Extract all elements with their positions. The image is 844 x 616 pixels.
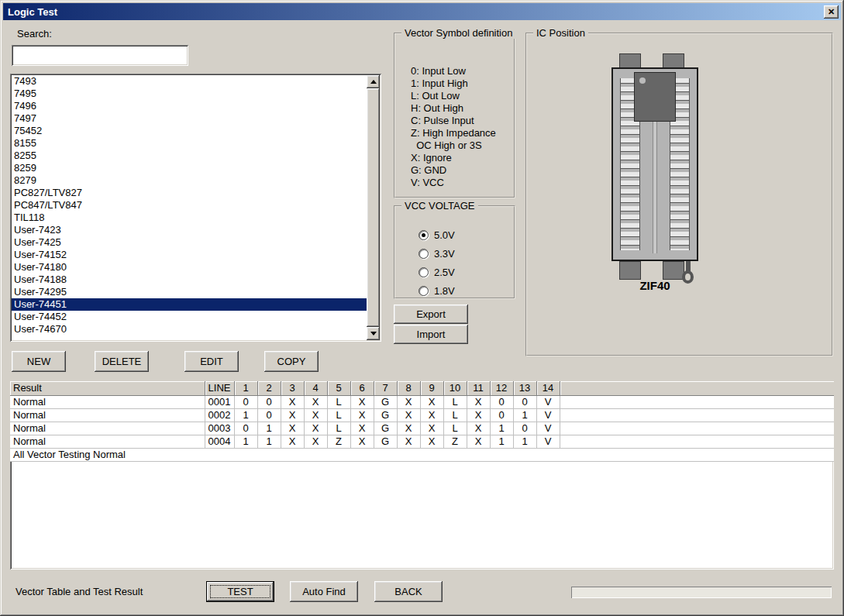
column-header[interactable]: 8	[397, 381, 420, 395]
vcc-option[interactable]: 1.8V	[419, 281, 455, 300]
list-item[interactable]: User-74152	[12, 249, 367, 261]
edit-button[interactable]: EDIT	[184, 351, 239, 372]
column-header[interactable]: 6	[350, 381, 374, 395]
column-header[interactable]: 11	[467, 381, 490, 395]
vector-symbol-groupbox: Vector Symbol definition 0: Input Low1: …	[394, 33, 515, 198]
vcc-voltage-title: VCC VOLTAGE	[401, 200, 478, 212]
column-header[interactable]: Result	[10, 381, 205, 395]
scroll-down-icon[interactable]	[367, 327, 380, 340]
result-row[interactable]: Normal000210XXLXGXXLX01V	[10, 408, 834, 422]
list-item[interactable]: 8155	[12, 137, 367, 150]
vcc-voltage-groupbox: VCC VOLTAGE 5.0V3.3V2.5V1.8V	[394, 205, 515, 299]
list-scrollbar[interactable]	[367, 75, 380, 340]
vector-cell: X	[350, 435, 374, 448]
scroll-up-icon[interactable]	[367, 75, 380, 88]
vector-cell: X	[467, 422, 490, 435]
line-cell: 0001	[205, 395, 234, 408]
column-header[interactable]: 2	[257, 381, 281, 395]
column-header[interactable]: 3	[281, 381, 304, 395]
vector-cell: V	[536, 435, 560, 448]
vector-symbol-line: G: GND	[411, 164, 496, 177]
line-cell: 0004	[205, 435, 234, 448]
column-header[interactable]: LINE	[205, 381, 234, 395]
import-button[interactable]: Import	[394, 325, 468, 344]
list-item[interactable]: User-74452	[12, 311, 367, 323]
vcc-option[interactable]: 3.3V	[419, 244, 455, 263]
vector-cell: 0	[490, 395, 513, 408]
vector-cell: 1	[257, 422, 281, 435]
list-item[interactable]: 7496	[12, 100, 367, 112]
vector-symbol-line: C: Pulse Input	[411, 115, 496, 127]
test-button[interactable]: TEST	[206, 581, 274, 602]
list-item[interactable]: 8259	[12, 162, 367, 174]
vector-cell: 1	[234, 408, 257, 422]
line-cell: 0002	[205, 408, 234, 422]
vector-cell: V	[536, 395, 560, 408]
delete-button[interactable]: DELETE	[95, 351, 149, 372]
new-button[interactable]: NEW	[12, 351, 66, 372]
column-header[interactable]: 1	[234, 381, 257, 395]
list-item[interactable]: 8255	[12, 150, 367, 162]
vector-cell: 0	[234, 395, 257, 408]
search-input[interactable]	[12, 45, 188, 66]
close-icon[interactable]: ✕	[824, 5, 839, 19]
vcc-option-label: 1.8V	[434, 285, 455, 297]
result-row[interactable]: Normal000411XXZXGXXZX11V	[10, 435, 834, 448]
list-item[interactable]: User-74180	[12, 261, 367, 274]
column-header[interactable]: 4	[304, 381, 327, 395]
filler-cell	[560, 435, 834, 448]
ic-listbox[interactable]: 7493749574967497754528155825582598279PC8…	[10, 74, 381, 342]
list-item[interactable]: User-7423	[12, 224, 367, 236]
vector-cell: X	[304, 422, 327, 435]
list-item[interactable]: TIL118	[12, 212, 367, 224]
list-item[interactable]: User-74295	[12, 286, 367, 298]
result-row[interactable]: Normal000301XXLXGXXLX10V	[10, 422, 834, 435]
scrollbar-thumb[interactable]	[367, 88, 380, 327]
vector-cell: X	[281, 408, 304, 422]
list-item[interactable]: 75452	[12, 125, 367, 137]
vector-cell: 0	[257, 408, 281, 422]
socket-label: ZIF40	[610, 279, 700, 292]
export-button[interactable]: Export	[394, 305, 468, 324]
copy-button[interactable]: COPY	[264, 351, 319, 372]
list-item[interactable]: 7493	[12, 75, 367, 88]
radio-icon[interactable]	[419, 249, 429, 259]
logic-test-window: Logic Test ✕ Search: 7493749574967497754…	[0, 0, 844, 616]
vector-cell: X	[420, 408, 443, 422]
vcc-option[interactable]: 2.5V	[419, 263, 455, 281]
socket-body	[611, 67, 698, 261]
radio-icon[interactable]	[419, 230, 429, 240]
vcc-option[interactable]: 5.0V	[419, 225, 455, 244]
list-item[interactable]: PC847/LTV847	[12, 199, 367, 212]
vector-cell: X	[467, 408, 490, 422]
list-item[interactable]: 7497	[12, 112, 367, 125]
column-header[interactable]: 7	[374, 381, 397, 395]
column-header[interactable]: 12	[490, 381, 513, 395]
vector-cell: X	[350, 408, 374, 422]
column-header[interactable]: 5	[327, 381, 350, 395]
list-item[interactable]: User-74451	[12, 298, 367, 311]
auto-find-button[interactable]: Auto Find	[290, 581, 358, 602]
result-cell: Normal	[10, 395, 205, 408]
column-header[interactable]: 9	[420, 381, 443, 395]
column-header[interactable]: 13	[513, 381, 536, 395]
radio-icon[interactable]	[419, 267, 429, 277]
result-cell: Normal	[10, 435, 205, 448]
vector-cell: 0	[513, 422, 536, 435]
radio-icon[interactable]	[419, 286, 429, 296]
list-item[interactable]: User-7425	[12, 236, 367, 249]
vector-cell: X	[304, 408, 327, 422]
filler-cell	[560, 408, 834, 422]
vector-symbol-line: Z: High Impedance	[411, 127, 496, 139]
list-item[interactable]: 8279	[12, 174, 367, 187]
title-bar[interactable]: Logic Test ✕	[3, 3, 841, 20]
column-header[interactable]: 10	[443, 381, 467, 395]
list-item[interactable]: 7495	[12, 88, 367, 100]
back-button[interactable]: BACK	[374, 581, 443, 602]
list-item[interactable]: User-74670	[12, 323, 367, 336]
list-item[interactable]: PC827/LTV827	[12, 187, 367, 199]
progress-bar	[571, 587, 832, 598]
result-row[interactable]: Normal000100XXLXGXXLX00V	[10, 395, 834, 408]
list-item[interactable]: User-74188	[12, 274, 367, 286]
column-header[interactable]: 14	[536, 381, 560, 395]
